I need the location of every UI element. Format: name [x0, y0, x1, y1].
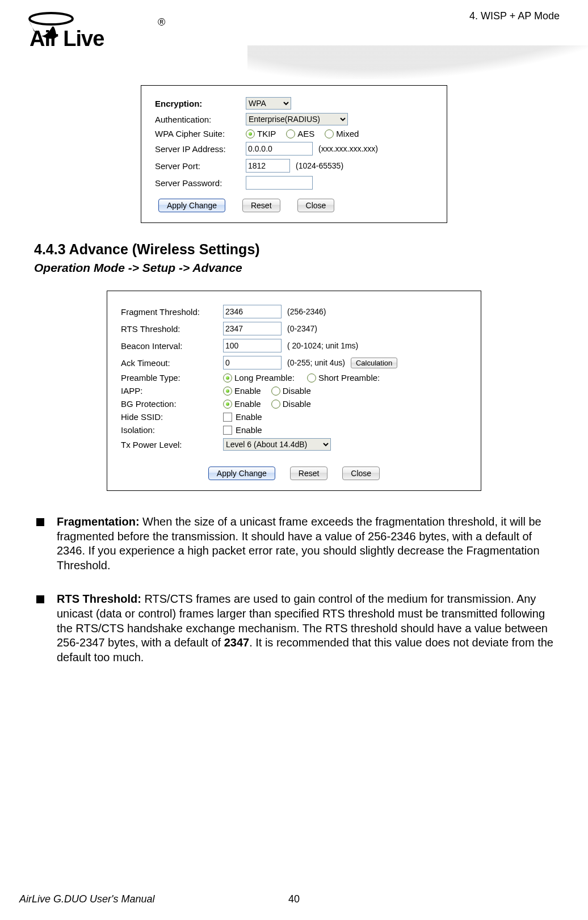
- airlive-logo: Air Live ®: [23, 9, 170, 56]
- footer-manual-title: AirLive G.DUO User's Manual: [0, 893, 288, 905]
- short-preamble-label: Short Preamble:: [318, 373, 380, 383]
- apply-change-button[interactable]: Apply Change: [158, 199, 225, 212]
- tx-power-label: Tx Power Level:: [121, 440, 223, 450]
- hide-ssid-enable-label: Enable: [236, 412, 262, 422]
- header-mode: 4. WISP + AP Mode: [469, 10, 560, 22]
- beacon-interval-hint: ( 20-1024; unit 1ms): [287, 341, 358, 350]
- authentication-label: Authentication:: [155, 115, 246, 124]
- rts-threshold-label: RTS Threshold:: [121, 324, 223, 334]
- long-preamble-label: Long Preamble:: [234, 373, 295, 383]
- cipher-mixed-label: Mixed: [336, 129, 359, 138]
- isolation-enable-label: Enable: [236, 425, 262, 435]
- encryption-select[interactable]: WPA: [246, 97, 291, 110]
- cipher-tkip-radio[interactable]: [246, 129, 255, 138]
- rts-threshold-paragraph: RTS Threshold: RTS/CTS frames are used t…: [57, 592, 554, 665]
- reset-button-2[interactable]: Reset: [290, 467, 328, 480]
- short-preamble-radio[interactable]: [307, 373, 316, 383]
- ack-timeout-hint: (0-255; unit 4us): [287, 358, 345, 367]
- server-ip-label: Server IP Address:: [155, 144, 246, 154]
- bg-protection-label: BG Protection:: [121, 399, 223, 409]
- server-ip-input[interactable]: [246, 142, 313, 156]
- beacon-interval-input[interactable]: [223, 339, 282, 352]
- hide-ssid-label: Hide SSID:: [121, 412, 223, 422]
- fragment-threshold-label: Fragment Threshold:: [121, 307, 223, 317]
- reset-button[interactable]: Reset: [242, 199, 280, 212]
- iapp-enable-label: Enable: [234, 386, 261, 396]
- encryption-label: Encryption:: [155, 99, 202, 108]
- footer-page-number: 40: [288, 893, 300, 905]
- section-title: 4.4.3 Advance (Wireless Settings): [34, 241, 554, 258]
- breadcrumb: Operation Mode -> Setup -> Advance: [34, 261, 554, 275]
- svg-text:®: ®: [158, 16, 165, 28]
- iapp-disable-radio[interactable]: [271, 387, 280, 396]
- cipher-mixed-radio[interactable]: [325, 129, 334, 138]
- fragmentation-paragraph: Fragmentation: When the size of a unicas…: [57, 515, 554, 573]
- rts-threshold-input[interactable]: [223, 322, 282, 335]
- server-port-label: Server Port:: [155, 161, 246, 171]
- cipher-label: WPA Cipher Suite:: [155, 129, 246, 138]
- rts-threshold-hint: (0-2347): [287, 324, 317, 333]
- fragment-threshold-hint: (256-2346): [287, 307, 326, 316]
- cipher-aes-radio[interactable]: [286, 129, 295, 138]
- iapp-label: IAPP:: [121, 386, 223, 396]
- ack-timeout-label: Ack Timeout:: [121, 358, 223, 368]
- isolation-label: Isolation:: [121, 425, 223, 435]
- close-button-2[interactable]: Close: [342, 467, 380, 480]
- calculation-button[interactable]: Calculation: [351, 358, 397, 368]
- authentication-select[interactable]: Enterprise(RADIUS): [246, 113, 348, 125]
- bg-disable-radio[interactable]: [271, 400, 280, 409]
- server-port-hint: (1024-65535): [296, 161, 343, 170]
- server-password-input[interactable]: [246, 176, 313, 190]
- bullet-icon: [36, 595, 44, 603]
- header-swoosh: [247, 45, 588, 79]
- bg-enable-radio[interactable]: [223, 400, 232, 409]
- hide-ssid-checkbox[interactable]: [223, 413, 232, 422]
- cipher-aes-label: AES: [297, 129, 314, 138]
- server-ip-hint: (xxx.xxx.xxx.xxx): [318, 144, 378, 153]
- encryption-panel: Encryption: WPA Authentication: Enterpri…: [141, 85, 447, 223]
- cipher-tkip-label: TKIP: [257, 129, 276, 138]
- fragment-threshold-input[interactable]: [223, 305, 282, 318]
- apply-change-button-2[interactable]: Apply Change: [208, 467, 275, 480]
- bg-enable-label: Enable: [234, 399, 261, 409]
- close-button[interactable]: Close: [297, 199, 335, 212]
- long-preamble-radio[interactable]: [223, 373, 232, 383]
- ack-timeout-input[interactable]: [223, 356, 282, 369]
- isolation-checkbox[interactable]: [223, 426, 232, 435]
- bg-disable-label: Disable: [283, 399, 311, 409]
- svg-point-0: [30, 13, 73, 24]
- beacon-interval-label: Beacon Interval:: [121, 341, 223, 351]
- tx-power-select[interactable]: Level 6 (About 14.4dB): [223, 438, 331, 451]
- iapp-enable-radio[interactable]: [223, 387, 232, 396]
- server-port-input[interactable]: [246, 159, 290, 173]
- advance-panel: Fragment Threshold: (256-2346) RTS Thres…: [107, 291, 481, 491]
- svg-text:Air Live: Air Live: [30, 27, 104, 51]
- iapp-disable-label: Disable: [283, 386, 311, 396]
- server-password-label: Server Password:: [155, 178, 246, 188]
- bullet-icon: [36, 518, 44, 526]
- preamble-type-label: Preamble Type:: [121, 373, 223, 383]
